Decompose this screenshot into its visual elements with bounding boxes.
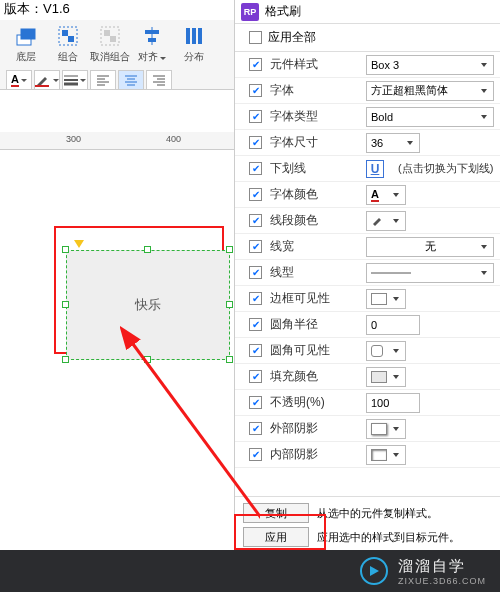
apply-button[interactable]: 应用 (243, 527, 309, 547)
selection-handle[interactable] (62, 356, 69, 363)
prop-checkbox[interactable] (249, 240, 262, 253)
svg-rect-13 (198, 28, 202, 44)
svg-rect-12 (192, 28, 196, 44)
ungroup-label: 取消组合 (90, 50, 130, 64)
apply-all-checkbox[interactable] (249, 31, 262, 44)
pen-icon (371, 214, 385, 228)
prop-checkbox[interactable] (249, 84, 262, 97)
text-color-button[interactable]: A (6, 70, 32, 90)
prop-label-inner-shadow: 内部阴影 (270, 446, 358, 463)
prop-checkbox[interactable] (249, 344, 262, 357)
ruler-tick-300: 300 (66, 134, 81, 144)
corner-vis-select[interactable] (366, 341, 406, 361)
banner-sub: ZIXUE.3D66.COM (398, 576, 486, 586)
prop-label-style: 元件样式 (270, 56, 358, 73)
toolbar: 底层 组合 取消组合 对齐 (0, 20, 234, 90)
canvas[interactable]: 快乐 (0, 150, 234, 592)
selection-handle[interactable] (226, 356, 233, 363)
line-color-button[interactable] (34, 70, 60, 90)
svg-rect-3 (62, 30, 68, 36)
prop-checkbox[interactable] (249, 370, 262, 383)
prop-checkbox[interactable] (249, 266, 262, 279)
underline-toggle[interactable]: U (366, 160, 384, 178)
font-size-select[interactable]: 36 (366, 133, 420, 153)
chevron-down-icon (80, 79, 86, 82)
border-vis-select[interactable] (366, 289, 406, 309)
group-icon (56, 24, 80, 48)
prop-checkbox[interactable] (249, 58, 262, 71)
prop-checkbox[interactable] (249, 292, 262, 305)
selection-handle[interactable] (62, 301, 69, 308)
ruler-tick-400: 400 (166, 134, 181, 144)
rp-logo-icon: RP (241, 3, 259, 21)
distribute-label: 分布 (184, 50, 204, 64)
group-label: 组合 (58, 50, 78, 64)
font-color-select[interactable]: A (366, 185, 406, 205)
prop-label-underline: 下划线 (270, 160, 358, 177)
prop-label-fill-color: 填充颜色 (270, 368, 358, 385)
style-select[interactable]: Box 3 (366, 55, 494, 75)
prop-checkbox[interactable] (249, 448, 262, 461)
prop-checkbox[interactable] (249, 110, 262, 123)
prop-checkbox[interactable] (249, 188, 262, 201)
distribute-button[interactable]: 分布 (174, 24, 214, 64)
group-button[interactable]: 组合 (48, 24, 88, 64)
selection-handle[interactable] (144, 356, 151, 363)
line-width-select[interactable]: 无 (366, 237, 494, 257)
line-width-button[interactable] (62, 70, 88, 90)
layer-label: 底层 (16, 50, 36, 64)
seg-color-select[interactable] (366, 211, 406, 231)
align-center-icon (125, 74, 137, 86)
prop-checkbox[interactable] (249, 422, 262, 435)
outer-shadow-select[interactable] (366, 419, 406, 439)
align-icon (140, 24, 164, 48)
prop-label-font-type: 字体类型 (270, 108, 358, 125)
ungroup-button[interactable]: 取消组合 (90, 24, 130, 64)
prop-label-opacity: 不透明(%) (270, 394, 358, 411)
svg-rect-4 (68, 36, 74, 42)
font-select[interactable]: 方正超粗黑简体 (366, 81, 494, 101)
prop-label-font: 字体 (270, 82, 358, 99)
svg-rect-6 (104, 30, 110, 36)
prop-label-font-color: 字体颜色 (270, 186, 358, 203)
prop-label-font-size: 字体尺寸 (270, 134, 358, 151)
version-label: 版本：V1.6 (0, 0, 70, 20)
prop-checkbox[interactable] (249, 162, 262, 175)
connection-marker-icon (74, 240, 84, 248)
chevron-down-icon (160, 57, 166, 60)
play-icon (360, 557, 388, 585)
align-button[interactable]: 对齐 (132, 24, 172, 64)
selection-handle[interactable] (62, 246, 69, 253)
widget-text: 快乐 (135, 296, 161, 314)
align-label: 对齐 (138, 51, 158, 62)
prop-checkbox[interactable] (249, 396, 262, 409)
align-right-button[interactable] (146, 70, 172, 90)
prop-label-line-width: 线宽 (270, 238, 358, 255)
selection-handle[interactable] (144, 246, 151, 253)
chevron-down-icon (21, 79, 27, 82)
selection-handle[interactable] (226, 246, 233, 253)
line-icon (371, 269, 411, 277)
layer-button[interactable]: 底层 (6, 24, 46, 64)
fill-color-select[interactable] (366, 367, 406, 387)
selection-handle[interactable] (226, 301, 233, 308)
line-type-select[interactable] (366, 263, 494, 283)
svg-rect-10 (148, 38, 156, 42)
prop-checkbox[interactable] (249, 136, 262, 149)
copy-button[interactable]: 复制 (243, 503, 309, 523)
align-center-button[interactable] (118, 70, 144, 90)
svg-rect-1 (21, 29, 35, 39)
prop-checkbox[interactable] (249, 318, 262, 331)
opacity-input[interactable]: 100 (366, 393, 420, 413)
font-type-select[interactable]: Bold (366, 107, 494, 127)
inner-shadow-select[interactable] (366, 445, 406, 465)
svg-rect-14 (35, 85, 49, 87)
widget-box[interactable]: 快乐 (66, 250, 230, 360)
prop-label-line-type: 线型 (270, 264, 358, 281)
format-painter-panel: RP 格式刷 应用全部 元件样式Box 3 字体方正超粗黑简体 字体类型Bold… (234, 0, 500, 550)
align-left-button[interactable] (90, 70, 116, 90)
prop-label-corner-vis: 圆角可见性 (270, 342, 358, 359)
corner-radius-input[interactable]: 0 (366, 315, 420, 335)
ruler: 300 400 (0, 132, 234, 150)
prop-checkbox[interactable] (249, 214, 262, 227)
